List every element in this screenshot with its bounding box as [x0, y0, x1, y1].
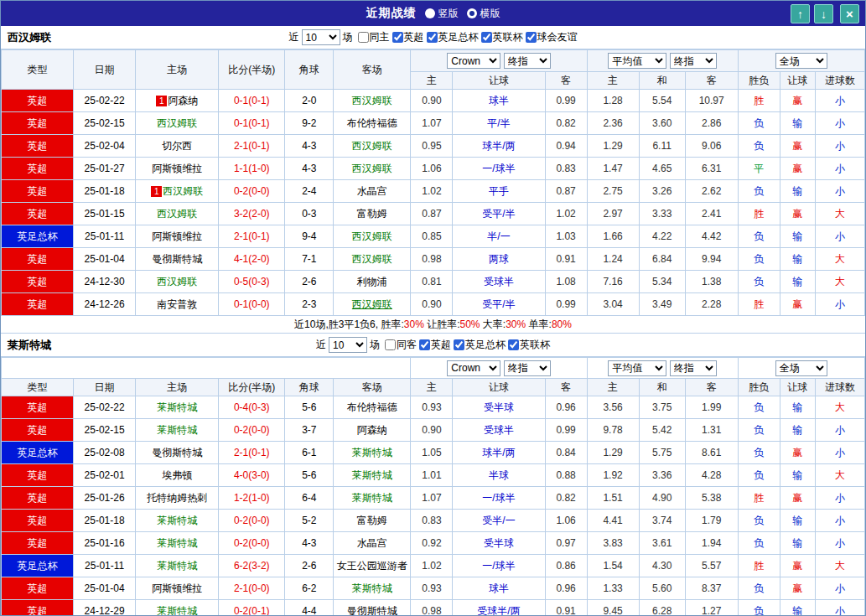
filter-checkbox-label: 英超 — [431, 338, 451, 352]
filter-checkbox[interactable] — [385, 339, 396, 350]
match-count-select[interactable]: 10 — [329, 337, 367, 353]
filter-option[interactable]: 英足总杯 — [427, 30, 479, 44]
euro-away-odds: 4.42 — [685, 225, 738, 248]
score-halftime[interactable]: 0-1(0-0) — [219, 293, 285, 316]
score-halftime[interactable]: 0-4(0-3) — [219, 396, 285, 419]
bookmaker-select[interactable]: Crown — [447, 360, 500, 376]
home-team-name[interactable]: 西汉姆联 — [157, 276, 197, 287]
score-halftime[interactable]: 0-2(0-1) — [219, 600, 285, 616]
away-team-name[interactable]: 西汉姆联 — [352, 163, 392, 174]
away-team-name[interactable]: 阿森纳 — [357, 424, 387, 436]
filter-checkbox[interactable] — [526, 32, 537, 43]
score-halftime[interactable]: 0-2(0-0) — [219, 419, 285, 442]
matches-table: 类型 日期 主场 比分(半场) 角球 客场 Crown 终指 平均值 终指 — [1, 49, 865, 316]
away-team-name[interactable]: 西汉姆联 — [352, 298, 392, 310]
home-team-name[interactable]: 阿森纳 — [168, 95, 198, 106]
corners: 7-1 — [285, 248, 334, 271]
away-team-name[interactable]: 西汉姆联 — [352, 230, 392, 242]
average-select[interactable]: 平均值 — [608, 360, 666, 376]
bookmaker-select[interactable]: Crown — [447, 53, 500, 69]
filter-checkbox[interactable] — [508, 339, 519, 350]
home-team-name[interactable]: 西汉姆联 — [157, 117, 197, 129]
away-team-name[interactable]: 西汉姆联 — [352, 140, 392, 152]
scope-select[interactable]: 全场 — [775, 53, 827, 69]
move-down-button[interactable]: ↓ — [814, 4, 833, 23]
home-team-name[interactable]: 莱斯特城 — [157, 560, 197, 572]
layout-option-vertical[interactable]: 竖版 — [425, 7, 459, 21]
close-button[interactable]: × — [840, 4, 859, 23]
home-team-name[interactable]: 切尔西 — [162, 140, 192, 152]
filter-option[interactable]: 英联杯 — [481, 30, 523, 44]
layout-option-horizontal[interactable]: 横版 — [467, 7, 500, 21]
score-halftime[interactable]: 0-1(0-1) — [219, 112, 285, 135]
home-team-name[interactable]: 曼彻斯特城 — [152, 253, 202, 265]
scope-select[interactable]: 全场 — [775, 360, 827, 376]
filter-option[interactable]: 球会友谊 — [526, 30, 578, 44]
away-team-name[interactable]: 西汉姆联 — [352, 253, 392, 265]
home-team-name[interactable]: 西汉姆联 — [163, 185, 203, 197]
home-team-name[interactable]: 莱斯特城 — [157, 401, 197, 413]
filter-option[interactable]: 同主 — [358, 30, 390, 44]
home-team-name[interactable]: 莱斯特城 — [157, 605, 197, 616]
odds-time-select[interactable]: 终指 — [504, 360, 551, 376]
filter-option[interactable]: 英足总杯 — [454, 338, 506, 352]
away-team-name[interactable]: 女王公园巡游者 — [337, 560, 407, 572]
home-team-name[interactable]: 莱斯特城 — [157, 537, 197, 549]
home-team-name[interactable]: 托特纳姆热刺 — [147, 492, 207, 504]
score-halftime[interactable]: 4-0(3-0) — [219, 464, 285, 487]
filter-checkbox[interactable] — [392, 32, 403, 43]
score-halftime[interactable]: 2-1(0-1) — [219, 135, 285, 158]
away-team-name[interactable]: 莱斯特城 — [352, 469, 392, 481]
home-team-name[interactable]: 曼彻斯特城 — [152, 447, 202, 458]
score-halftime[interactable]: 3-2(2-0) — [219, 203, 285, 225]
score-halftime[interactable]: 2-1(0-1) — [219, 442, 285, 464]
filter-option[interactable]: 英超 — [419, 338, 451, 352]
away-team-name[interactable]: 利物浦 — [357, 276, 387, 287]
away-team-name[interactable]: 布伦特福德 — [347, 401, 397, 413]
filter-option[interactable]: 同客 — [385, 338, 417, 352]
score-halftime[interactable]: 2-1(0-0) — [219, 577, 285, 600]
match-row: 英超25-01-16莱斯特城0-2(0-0)4-3水晶宫0.92受半球0.973… — [2, 532, 865, 555]
filter-option[interactable]: 英超 — [392, 30, 424, 44]
away-team-name[interactable]: 莱斯特城 — [352, 582, 392, 594]
score-halftime[interactable]: 1-1(1-0) — [219, 158, 285, 180]
score-halftime[interactable]: 1-2(1-0) — [219, 487, 285, 510]
home-team-name[interactable]: 南安普敦 — [157, 298, 197, 310]
score-halftime[interactable]: 2-1(0-1) — [219, 225, 285, 248]
home-team-name[interactable]: 阿斯顿维拉 — [152, 582, 202, 594]
away-team-name[interactable]: 富勒姆 — [357, 208, 387, 220]
filter-checkbox[interactable] — [481, 32, 492, 43]
away-team-name[interactable]: 莱斯特城 — [352, 492, 392, 504]
odds-time-select[interactable]: 终指 — [670, 360, 717, 376]
score-halftime[interactable]: 0-5(0-3) — [219, 271, 285, 293]
filter-checkbox[interactable] — [427, 32, 438, 43]
match-count-select[interactable]: 10 — [302, 29, 340, 45]
filter-checkbox[interactable] — [358, 32, 369, 43]
move-up-button[interactable]: ↑ — [791, 4, 810, 23]
score-halftime[interactable]: 0-2(0-0) — [219, 532, 285, 555]
away-team-name[interactable]: 莱斯特城 — [352, 447, 392, 458]
average-select[interactable]: 平均值 — [608, 53, 666, 69]
odds-time-select[interactable]: 终指 — [504, 53, 551, 69]
home-team-name[interactable]: 阿斯顿维拉 — [152, 230, 202, 242]
away-team-name[interactable]: 水晶宫 — [357, 537, 387, 549]
filter-checkbox[interactable] — [454, 339, 464, 350]
away-team-name[interactable]: 水晶宫 — [357, 185, 387, 197]
away-team-name[interactable]: 布伦特福德 — [347, 117, 397, 129]
score-halftime[interactable]: 6-2(3-2) — [219, 555, 285, 577]
away-team-name[interactable]: 西汉姆联 — [352, 95, 392, 106]
home-team-name[interactable]: 西汉姆联 — [157, 208, 197, 220]
score-halftime[interactable]: 0-2(0-0) — [219, 180, 285, 203]
score-halftime[interactable]: 0-2(0-0) — [219, 510, 285, 532]
score-halftime[interactable]: 4-1(2-0) — [219, 248, 285, 271]
away-team-name[interactable]: 富勒姆 — [357, 515, 387, 526]
odds-time-select[interactable]: 终指 — [670, 53, 717, 69]
home-team-name[interactable]: 埃弗顿 — [162, 469, 192, 481]
home-team-name[interactable]: 莱斯特城 — [157, 424, 197, 436]
home-team-name[interactable]: 莱斯特城 — [157, 515, 197, 526]
away-team-name[interactable]: 曼彻斯特城 — [347, 605, 397, 616]
score-halftime[interactable]: 0-1(0-1) — [219, 90, 285, 112]
filter-checkbox[interactable] — [419, 339, 430, 350]
filter-option[interactable]: 英联杯 — [508, 338, 550, 352]
home-team-name[interactable]: 阿斯顿维拉 — [152, 163, 202, 174]
